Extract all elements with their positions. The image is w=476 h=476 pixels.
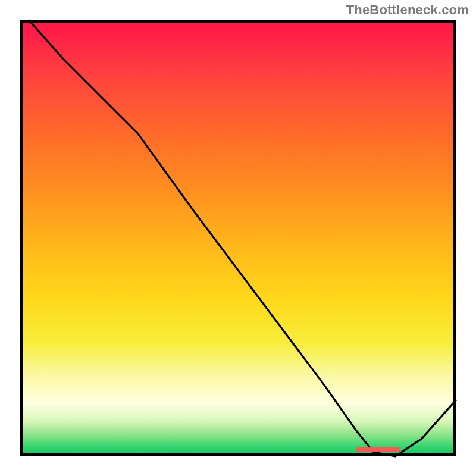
optimal-marker bbox=[356, 447, 399, 452]
curve-path bbox=[29, 20, 456, 456]
plot-area bbox=[20, 20, 456, 456]
watermark-text: TheBottleneck.com bbox=[346, 2, 469, 18]
chart-svg bbox=[20, 20, 456, 456]
